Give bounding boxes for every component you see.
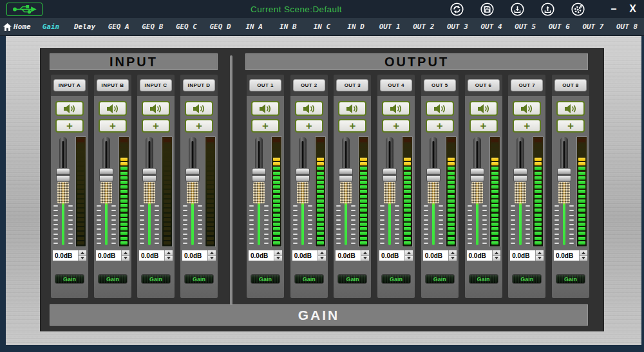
spin-down-button[interactable] [318,255,326,261]
channel-label-button[interactable]: INPUT D [183,79,215,91]
gain-button[interactable]: Gain [184,274,214,284]
add-button[interactable]: + [142,119,170,133]
gain-value-input[interactable]: 0.0dB [336,250,361,261]
spin-down-button[interactable] [580,255,587,261]
mute-button[interactable] [513,101,541,116]
tab-out-6[interactable]: OUT 6 [542,18,576,35]
export-button[interactable] [541,3,554,16]
gain-button[interactable]: Gain [337,274,367,284]
channel-label-button[interactable]: OUT 2 [293,79,325,91]
tab-in-d[interactable]: IN D [339,18,373,35]
spin-up-button[interactable] [536,250,544,255]
spin-down-button[interactable] [274,255,282,261]
gain-value-input[interactable]: 0.0dB [139,250,164,261]
spin-up-button[interactable] [493,250,500,255]
channel-label-button[interactable]: INPUT C [140,79,172,91]
add-button[interactable]: + [295,119,323,133]
gain-button[interactable]: Gain [556,274,585,284]
spin-down-button[interactable] [122,255,129,261]
tab-geq-c[interactable]: GEQ C [169,18,204,35]
gain-value-input[interactable]: 0.0dB [53,250,78,261]
mute-button[interactable] [556,101,585,116]
fader-handle[interactable] [339,168,353,182]
tab-out-4[interactable]: OUT 4 [475,18,509,35]
add-button[interactable]: + [469,119,498,133]
tab-out-7[interactable]: OUT 7 [576,18,611,35]
tab-geq-b[interactable]: GEQ B [136,18,170,35]
gain-value-input[interactable]: 0.0dB [379,250,404,261]
spin-up-button[interactable] [580,250,587,255]
spin-down-button[interactable] [449,255,457,261]
add-button[interactable]: + [251,119,279,133]
channel-label-button[interactable]: OUT 8 [554,79,587,91]
tab-out-3[interactable]: OUT 3 [440,18,475,35]
channel-label-button[interactable]: INPUT A [53,79,86,91]
mute-button[interactable] [55,101,84,116]
gain-value-input[interactable]: 0.0dB [554,250,579,261]
add-button[interactable]: + [426,119,454,133]
tab-out-2[interactable]: OUT 2 [407,18,441,35]
gain-button[interactable]: Gain [98,274,128,284]
spin-up-button[interactable] [449,250,457,255]
mute-button[interactable] [338,101,366,116]
fader-handle[interactable] [252,168,266,182]
gain-value-input[interactable]: 0.0dB [96,250,121,261]
add-button[interactable]: + [556,119,585,133]
spin-down-button[interactable] [536,255,544,261]
tab-gain[interactable]: Gain [34,18,68,35]
tab-home[interactable]: Home [0,18,34,35]
fader-handle[interactable] [513,168,527,182]
fader-handle[interactable] [296,168,310,182]
spin-up-button[interactable] [361,250,369,255]
gain-button[interactable]: Gain [425,274,455,284]
add-button[interactable]: + [338,119,366,133]
save-button[interactable] [480,3,494,16]
spin-up-button[interactable] [405,250,413,255]
tab-in-a[interactable]: IN A [237,18,271,35]
fader-handle[interactable] [99,168,113,182]
spin-up-button[interactable] [318,250,326,255]
spin-up-button[interactable] [79,250,86,255]
add-button[interactable]: + [99,119,127,133]
channel-label-button[interactable]: OUT 6 [468,79,500,91]
minimize-button[interactable]: – [609,6,618,12]
import-button[interactable] [511,3,524,16]
spin-down-button[interactable] [361,255,369,261]
mute-button[interactable] [295,101,323,116]
tab-in-b[interactable]: IN B [271,18,305,35]
gain-button[interactable]: Gain [469,274,498,284]
tab-out-1[interactable]: OUT 1 [373,18,407,35]
spin-up-button[interactable] [274,250,282,255]
tab-out-5[interactable]: OUT 5 [508,18,542,35]
mute-button[interactable] [382,101,410,116]
channel-label-button[interactable]: INPUT B [97,79,129,91]
spin-up-button[interactable] [165,250,173,255]
tab-in-c[interactable]: IN C [305,18,339,35]
tab-geq-a[interactable]: GEQ A [102,18,136,35]
mute-button[interactable] [142,101,170,116]
spin-down-button[interactable] [79,255,86,261]
spin-down-button[interactable] [165,255,173,261]
channel-label-button[interactable]: OUT 4 [380,79,412,91]
gain-value-input[interactable]: 0.0dB [423,250,448,261]
add-button[interactable]: + [382,119,410,133]
spin-down-button[interactable] [493,255,500,261]
usb-connect-button[interactable] [6,3,43,16]
settings-button[interactable] [571,3,585,16]
fader-handle[interactable] [557,168,571,182]
gain-button[interactable]: Gain [251,274,280,284]
gain-value-input[interactable]: 0.0dB [182,250,207,261]
tab-out-8[interactable]: OUT 8 [610,18,644,35]
gain-value-input[interactable]: 0.0dB [292,250,317,261]
channel-label-button[interactable]: OUT 7 [511,79,543,91]
spin-up-button[interactable] [122,250,129,255]
close-button[interactable]: X [628,3,638,15]
mute-button[interactable] [469,101,498,116]
fader-handle[interactable] [383,168,397,182]
spin-down-button[interactable] [208,255,216,261]
gain-button[interactable]: Gain [381,274,411,284]
tab-delay[interactable]: Delay [68,18,102,35]
channel-label-button[interactable]: OUT 5 [424,79,456,91]
refresh-button[interactable] [450,3,464,16]
channel-label-button[interactable]: OUT 1 [249,79,281,91]
